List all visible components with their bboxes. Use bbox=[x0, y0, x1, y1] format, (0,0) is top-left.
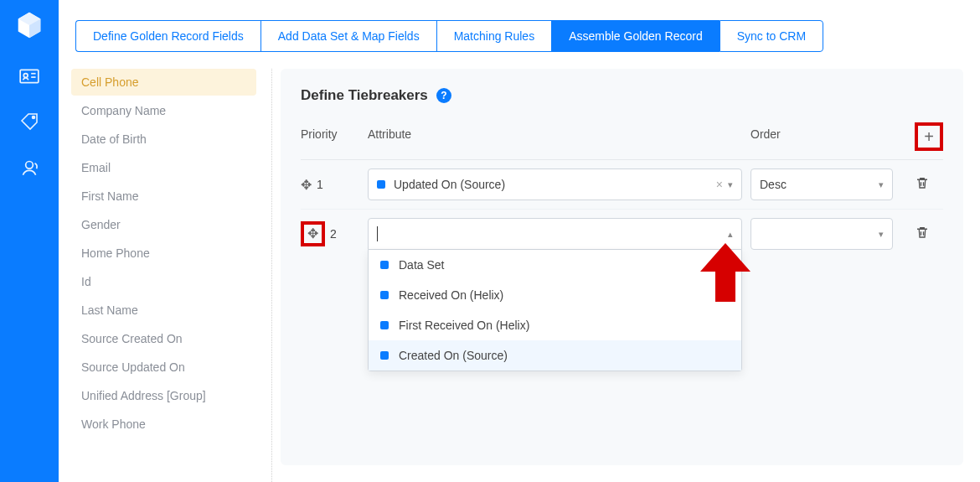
tag-icon[interactable] bbox=[18, 111, 40, 132]
tiebreakers-panel: Define Tiebreakers ? Priority Attribute … bbox=[281, 69, 963, 465]
col-priority: Priority bbox=[301, 127, 359, 151]
svg-rect-0 bbox=[20, 70, 39, 82]
dropdown-option[interactable]: Data Set bbox=[369, 250, 741, 280]
order-select[interactable]: Desc ▾ bbox=[750, 168, 893, 200]
drag-handle-icon[interactable]: ✥ bbox=[301, 221, 325, 246]
col-order: Order bbox=[750, 127, 893, 151]
option-bullet-icon bbox=[380, 351, 389, 360]
tiebreaker-row: ✥ 2 ▴ Dat bbox=[301, 210, 943, 258]
caret-up-icon: ▴ bbox=[728, 229, 733, 240]
help-icon[interactable]: ? bbox=[436, 88, 451, 103]
id-card-icon[interactable] bbox=[18, 65, 40, 87]
field-item-dob[interactable]: Date of Birth bbox=[71, 126, 256, 153]
tab-assemble-golden-record[interactable]: Assemble Golden Record bbox=[551, 20, 720, 52]
svg-point-5 bbox=[26, 162, 34, 169]
priority-value: 2 bbox=[330, 227, 337, 241]
field-item-email[interactable]: Email bbox=[71, 154, 256, 181]
field-item-unified-address[interactable]: Unified Address [Group] bbox=[71, 382, 256, 409]
svg-point-1 bbox=[23, 74, 28, 78]
order-value: Desc bbox=[760, 178, 787, 191]
dropdown-option[interactable]: Received On (Helix) bbox=[369, 280, 741, 310]
field-item-source-created[interactable]: Source Created On bbox=[71, 325, 256, 352]
option-bullet-icon bbox=[380, 321, 389, 329]
attribute-bullet-icon bbox=[377, 180, 385, 189]
delete-row-button[interactable] bbox=[901, 225, 943, 243]
field-item-cell-phone[interactable]: Cell Phone bbox=[71, 69, 256, 96]
clear-icon[interactable]: × bbox=[711, 178, 728, 191]
field-list: Cell Phone Company Name Date of Birth Em… bbox=[59, 69, 272, 482]
field-item-work-phone[interactable]: Work Phone bbox=[71, 411, 256, 438]
tab-add-dataset[interactable]: Add Data Set & Map Fields bbox=[260, 20, 436, 52]
attribute-value: Updated On (Source) bbox=[394, 178, 505, 191]
svg-point-4 bbox=[33, 117, 35, 119]
option-label: Received On (Helix) bbox=[399, 288, 503, 302]
field-item-home-phone[interactable]: Home Phone bbox=[71, 240, 256, 267]
field-item-company-name[interactable]: Company Name bbox=[71, 97, 256, 124]
option-bullet-icon bbox=[380, 291, 389, 299]
tab-define-fields[interactable]: Define Golden Record Fields bbox=[75, 20, 260, 52]
tab-matching-rules[interactable]: Matching Rules bbox=[436, 20, 552, 52]
option-bullet-icon bbox=[380, 261, 389, 269]
col-attribute: Attribute bbox=[368, 127, 742, 151]
attribute-select[interactable]: Updated On (Source) × ▾ bbox=[368, 168, 742, 200]
attribute-dropdown: Data Set Received On (Helix) First Recei… bbox=[368, 250, 742, 371]
tab-sync-to-crm[interactable]: Sync to CRM bbox=[720, 20, 823, 52]
field-item-last-name[interactable]: Last Name bbox=[71, 297, 256, 324]
text-cursor bbox=[377, 226, 378, 241]
tiebreaker-row: ✥ 1 Updated On (Source) × ▾ Desc ▾ bbox=[301, 160, 943, 210]
priority-value: 1 bbox=[317, 178, 323, 191]
dropdown-option[interactable]: Created On (Source) bbox=[369, 340, 741, 371]
caret-down-icon: ▾ bbox=[728, 179, 733, 190]
main-area: Define Golden Record Fields Add Data Set… bbox=[59, 0, 980, 482]
panel-title: Define Tiebreakers bbox=[301, 87, 428, 104]
dropdown-option[interactable]: First Received On (Helix) bbox=[369, 310, 741, 340]
option-label: First Received On (Helix) bbox=[399, 319, 529, 332]
field-item-gender[interactable]: Gender bbox=[71, 211, 256, 238]
tiebreaker-header: Priority Attribute Order + bbox=[301, 119, 943, 160]
headset-icon[interactable] bbox=[18, 156, 40, 178]
field-item-first-name[interactable]: First Name bbox=[71, 183, 256, 210]
field-item-id[interactable]: Id bbox=[71, 268, 256, 295]
field-item-source-updated[interactable]: Source Updated On bbox=[71, 354, 256, 381]
option-label: Created On (Source) bbox=[399, 349, 508, 362]
wizard-tabs: Define Golden Record Fields Add Data Set… bbox=[59, 0, 980, 52]
caret-down-icon: ▾ bbox=[879, 179, 884, 190]
add-tiebreaker-button[interactable]: + bbox=[915, 122, 943, 151]
caret-down-icon: ▾ bbox=[879, 229, 884, 240]
left-nav-rail bbox=[0, 0, 59, 482]
option-label: Data Set bbox=[399, 258, 444, 272]
attribute-select[interactable]: ▴ bbox=[368, 218, 742, 250]
order-select[interactable]: ▾ bbox=[750, 218, 893, 250]
drag-handle-icon[interactable]: ✥ bbox=[301, 177, 312, 193]
annotation-arrow-icon bbox=[700, 243, 750, 302]
delete-row-button[interactable] bbox=[901, 175, 943, 194]
app-logo[interactable] bbox=[13, 8, 46, 42]
